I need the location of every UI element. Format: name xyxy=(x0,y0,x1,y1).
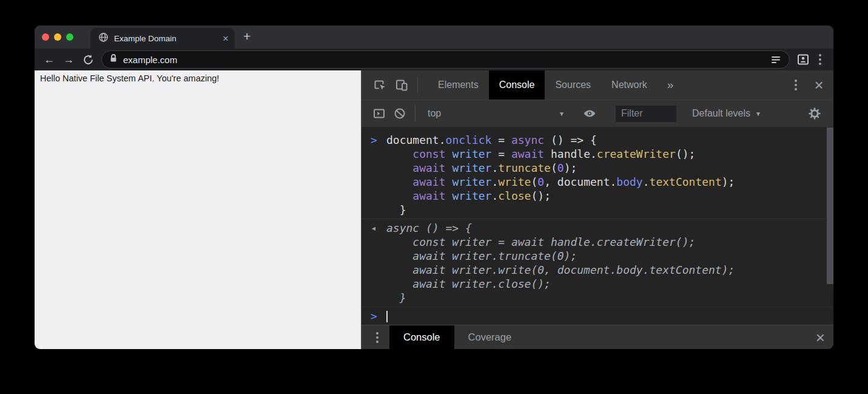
browser-toolbar: ← → example.com xyxy=(35,49,833,70)
console-caret xyxy=(386,311,388,322)
tab-sources[interactable]: Sources xyxy=(545,70,601,100)
drawer-tab-coverage[interactable]: Coverage xyxy=(454,325,526,349)
minimize-window-button[interactable] xyxy=(54,33,61,41)
page-content: Hello Native File System API. You're ama… xyxy=(35,70,361,349)
console-entries: >document.onclick = async () => { const … xyxy=(362,131,833,325)
toolbar-separator xyxy=(415,106,415,121)
devtools-panel: Elements Console Sources Network » × xyxy=(361,70,833,349)
new-tab-button[interactable]: + xyxy=(235,29,251,45)
console-input-line[interactable]: > xyxy=(362,307,833,325)
browser-tab[interactable]: Example Domain × xyxy=(90,28,235,49)
devtools-toolbar: Elements Console Sources Network » × xyxy=(362,70,833,100)
console-settings-gear-icon[interactable] xyxy=(804,100,825,127)
devtools-tabs: Elements Console Sources Network » xyxy=(428,70,683,100)
page-text: Hello Native File System API. You're ama… xyxy=(40,73,355,83)
browser-window: Example Domain × + ← → example.com xyxy=(35,25,833,349)
tab-close-icon[interactable]: × xyxy=(223,33,229,44)
reload-icon[interactable] xyxy=(78,54,98,66)
reading-list-icon[interactable] xyxy=(770,54,782,65)
console-output: >document.onclick = async () => { const … xyxy=(362,127,833,325)
tab-title: Example Domain xyxy=(114,34,217,43)
browser-menu-icon[interactable] xyxy=(812,51,829,68)
console-toolbar: top ▼ Default levels ▼ xyxy=(362,100,833,127)
tab-network[interactable]: Network xyxy=(601,70,658,100)
console-prompt-icon: > xyxy=(362,309,386,323)
device-toolbar-icon[interactable] xyxy=(391,70,412,100)
back-icon[interactable]: ← xyxy=(39,54,59,65)
window-controls xyxy=(35,33,82,41)
console-filter-input[interactable] xyxy=(616,106,676,122)
console-code: async () => { const writer = await handl… xyxy=(386,221,735,305)
result-marker-icon: ◂ xyxy=(362,221,386,305)
forward-icon[interactable]: → xyxy=(59,54,78,65)
console-code xyxy=(386,309,388,323)
close-window-button[interactable] xyxy=(42,33,49,41)
console-entry-input: >document.onclick = async () => { const … xyxy=(362,131,833,219)
profile-icon[interactable] xyxy=(795,51,812,68)
zoom-window-button[interactable] xyxy=(66,33,73,41)
log-levels-dropdown[interactable]: Default levels ▼ xyxy=(692,108,761,119)
drawer-menu-icon[interactable] xyxy=(370,336,385,339)
toolbar-separator xyxy=(417,77,418,93)
console-code: document.onclick = async () => { const w… xyxy=(386,133,735,217)
inspect-element-icon[interactable] xyxy=(369,70,391,100)
tab-favicon-globe-icon xyxy=(98,32,109,45)
address-bar[interactable]: example.com xyxy=(101,50,790,69)
console-scrollbar[interactable] xyxy=(827,127,833,284)
chevron-down-icon: ▼ xyxy=(755,110,761,117)
log-levels-label: Default levels xyxy=(692,108,750,119)
chevron-down-icon: ▼ xyxy=(559,110,565,117)
console-entry-result: ◂async () => { const writer = await hand… xyxy=(362,219,833,307)
more-tabs-icon[interactable]: » xyxy=(658,70,684,100)
drawer-close-icon[interactable]: × xyxy=(816,330,825,345)
devtools-drawer: Console Coverage × xyxy=(362,325,833,349)
lock-icon[interactable] xyxy=(109,53,118,66)
drawer-tab-console[interactable]: Console xyxy=(389,325,454,349)
live-expression-eye-icon[interactable] xyxy=(579,100,600,127)
clear-console-icon[interactable] xyxy=(389,100,410,127)
tab-elements[interactable]: Elements xyxy=(428,70,489,100)
tab-strip: Example Domain × + xyxy=(35,25,833,49)
devtools-close-icon[interactable]: × xyxy=(808,70,830,100)
window-content: Hello Native File System API. You're ama… xyxy=(35,70,833,349)
console-sidebar-toggle-icon[interactable] xyxy=(369,100,389,127)
console-prompt-icon: > xyxy=(362,133,386,217)
url-text: example.com xyxy=(123,55,177,65)
tab-console[interactable]: Console xyxy=(489,70,545,100)
context-label: top xyxy=(428,108,441,119)
devtools-toolbar-right: × xyxy=(785,70,830,100)
execution-context-selector[interactable]: top ▼ xyxy=(428,108,565,119)
devtools-menu-icon[interactable] xyxy=(785,70,807,100)
